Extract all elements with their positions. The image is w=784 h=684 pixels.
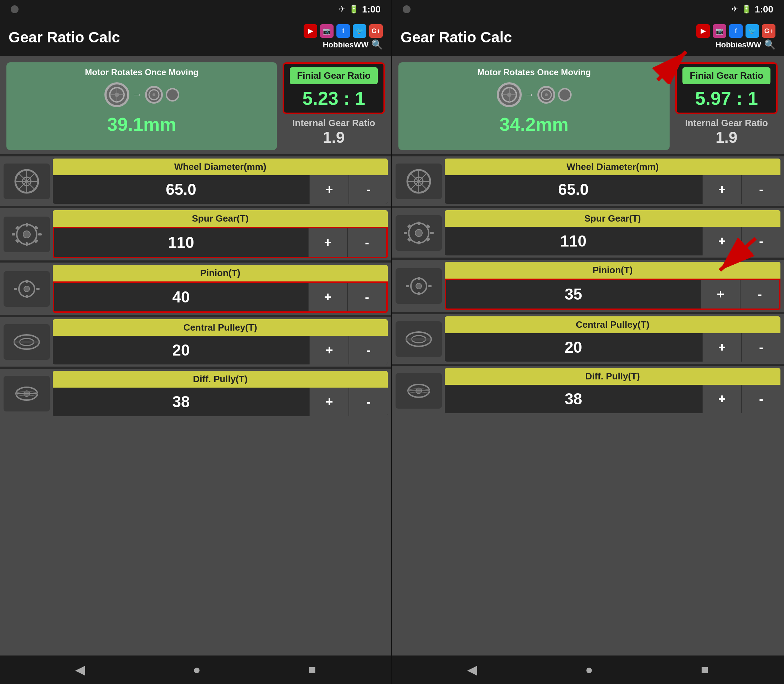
wheel-diameter-inputs-1: 65.0 + - — [53, 175, 388, 204]
back-button-2[interactable]: ◀ — [467, 662, 477, 677]
diff-pully-minus-1[interactable]: - — [349, 387, 388, 416]
diff-pully-value-1: 38 — [53, 388, 309, 416]
motor-section-2: Motor Rotates Once Moving → 34.2mm — [398, 62, 669, 150]
top-row-1: Motor Rotates Once Moving → 39.1mm — [6, 62, 385, 150]
wheel-image-2 — [396, 163, 442, 199]
instagram-icon-2[interactable]: 📷 — [713, 24, 726, 38]
spur-gear-header-1: Spur Gear(T) — [53, 210, 388, 227]
pinion-value-2: 35 — [446, 281, 701, 308]
spur-gear-control-2: Spur Gear(T) 110 + - — [445, 210, 781, 255]
svg-point-13 — [23, 231, 30, 238]
back-button-1[interactable]: ◀ — [75, 662, 85, 677]
svg-rect-52 — [418, 241, 420, 244]
wheel-diameter-minus-2[interactable]: - — [741, 175, 781, 204]
bottom-nav-1: ◀ ● ■ — [0, 655, 391, 684]
youtube-icon-2[interactable]: ▶ — [696, 24, 710, 38]
facebook-icon-2[interactable]: f — [729, 24, 743, 38]
recent-button-1[interactable]: ■ — [308, 662, 316, 677]
pinion-minus-2[interactable]: - — [740, 280, 779, 308]
header-icons-2: ▶ 📷 f 🐦 G+ HobbiesWW 🔍 — [696, 24, 776, 50]
time-display: 1:00 — [362, 4, 381, 15]
central-pulley-image-1 — [3, 324, 50, 360]
main-content-2: Wheel Diameter(mm) 65.0 + - — [392, 156, 784, 655]
wheel-diameter-value-2: 65.0 — [445, 176, 702, 203]
spur-gear-minus-1[interactable]: - — [347, 228, 386, 257]
google-icon[interactable]: G+ — [369, 24, 383, 38]
svg-rect-66 — [428, 285, 432, 287]
instagram-icon[interactable]: 📷 — [320, 24, 333, 38]
central-pulley-header-2: Central Pulley(T) — [445, 316, 781, 333]
twitter-icon-2[interactable]: 🐦 — [745, 24, 759, 38]
wheel-diameter-header-1: Wheel Diameter(mm) — [53, 158, 388, 175]
spur-gear-value-2: 110 — [445, 227, 702, 255]
app-header-2: Gear Ratio Calc ▶ 📷 f 🐦 G+ HobbiesWW 🔍 — [392, 19, 784, 56]
mm-value-2: 34.2mm — [499, 112, 569, 136]
internal-gear-value-1: 1.9 — [323, 129, 344, 147]
central-pulley-control-1: Central Pulley(T) 20 + - — [53, 319, 388, 365]
central-pulley-image-2 — [396, 321, 442, 357]
central-pulley-plus-1[interactable]: + — [309, 336, 349, 365]
home-button-1[interactable]: ● — [193, 662, 200, 677]
wheel-diameter-header-2: Wheel Diameter(mm) — [445, 158, 781, 175]
pinion-value-1: 40 — [54, 283, 308, 311]
wheel-diameter-minus-1[interactable]: - — [349, 175, 388, 204]
home-button-2[interactable]: ● — [585, 662, 593, 677]
svg-rect-15 — [26, 242, 28, 246]
internal-gear-label-1: Internal Gear Ratio — [292, 118, 375, 129]
facebook-icon[interactable]: f — [336, 24, 350, 38]
wheel-diameter-inputs-2: 65.0 + - — [445, 175, 781, 204]
hobbies-text-2: HobbiesWW — [716, 40, 761, 50]
central-pulley-minus-2[interactable]: - — [741, 333, 781, 361]
wheel-diameter-plus-1[interactable]: + — [309, 175, 349, 204]
diff-pully-plus-2[interactable]: + — [702, 385, 741, 413]
svg-rect-26 — [14, 288, 17, 290]
search-icon-1[interactable]: 🔍 — [371, 39, 383, 50]
motor-label-2: Motor Rotates Once Moving — [477, 67, 591, 77]
battery-icon-2: 🔋 — [742, 5, 751, 14]
airplane-icon-2: ✈ — [732, 5, 738, 14]
svg-point-50 — [415, 229, 422, 237]
wheel-big-1 — [104, 82, 129, 107]
google-icon-2[interactable]: G+ — [762, 24, 776, 38]
spur-gear-minus-2[interactable]: - — [741, 227, 781, 255]
svg-point-40 — [545, 94, 548, 96]
hobbies-text-1: HobbiesWW — [323, 40, 369, 50]
svg-rect-69 — [406, 338, 431, 340]
wheel-big-2 — [497, 82, 522, 107]
top-panel-1: Motor Rotates Once Moving → 39.1mm — [0, 56, 391, 154]
svg-rect-64 — [418, 292, 420, 295]
wheel-diameter-row-1: Wheel Diameter(mm) 65.0 + - — [0, 156, 391, 206]
social-icons-1: ▶ 📷 f 🐦 G+ — [304, 24, 383, 38]
search-icon-2[interactable]: 🔍 — [764, 39, 776, 50]
main-content-1: Wheel Diameter(mm) 65.0 + - — [0, 156, 391, 655]
recent-button-2[interactable]: ■ — [701, 662, 709, 677]
pinion-plus-1[interactable]: + — [308, 283, 347, 311]
spur-gear-image-2 — [396, 215, 442, 251]
youtube-icon[interactable]: ▶ — [304, 24, 317, 38]
motor-wheels-2: → — [497, 82, 572, 107]
central-pulley-minus-1[interactable]: - — [349, 336, 388, 365]
diff-pully-control-1: Diff. Pully(T) 38 + - — [53, 371, 388, 416]
internal-gear-label-2: Internal Gear Ratio — [685, 118, 768, 129]
spur-gear-plus-2[interactable]: + — [702, 227, 741, 255]
top-row-2: Motor Rotates Once Moving → 34.2mm — [398, 62, 778, 150]
motor-wheels-1: → — [104, 82, 179, 107]
pinion-plus-2[interactable]: + — [701, 280, 740, 308]
twitter-icon[interactable]: 🐦 — [353, 24, 366, 38]
diff-pully-minus-2[interactable]: - — [741, 385, 781, 413]
pinion-control-1: Pinion(T) 40 + - — [53, 265, 388, 313]
pinion-minus-1[interactable]: - — [347, 283, 386, 311]
wheel-small-1 — [145, 86, 163, 104]
spur-gear-plus-1[interactable]: + — [308, 228, 347, 257]
diff-pully-plus-1[interactable]: + — [309, 387, 349, 416]
pinion-inputs-2: 35 + - — [445, 279, 781, 310]
svg-rect-25 — [26, 295, 28, 298]
wheel-diameter-plus-2[interactable]: + — [702, 175, 741, 204]
central-pulley-plus-2[interactable]: + — [702, 333, 741, 361]
hobbies-row-2: HobbiesWW 🔍 — [716, 39, 776, 50]
svg-point-5 — [152, 94, 155, 96]
screen-1: ✈ 🔋 1:00 Gear Ratio Calc ▶ 📷 f 🐦 G+ Hobb… — [0, 0, 392, 684]
top-right-section-1: Finial Gear Ratio 5.23 : 1 Internal Gear… — [283, 62, 385, 150]
svg-rect-53 — [404, 232, 407, 234]
diff-pully-inputs-1: 38 + - — [53, 387, 388, 416]
